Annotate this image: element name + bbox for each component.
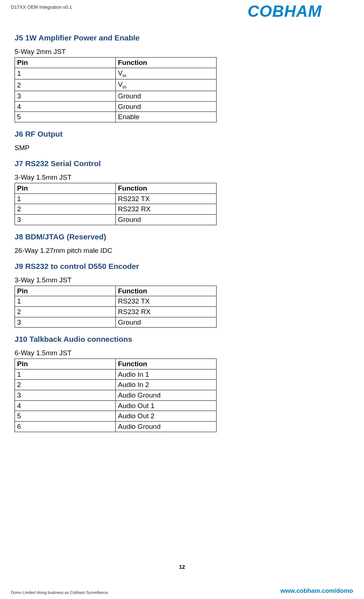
th-func: Function — [116, 58, 217, 68]
subhead-j5: 5-Way 2mm JST — [15, 48, 235, 56]
body-j6: SMP — [15, 144, 235, 152]
cell-func: Audio Ground — [116, 422, 217, 432]
svg-text:COBHAM: COBHAM — [248, 3, 322, 20]
cell-pin: 1 — [15, 369, 116, 380]
heading-j7: J7 RS232 Serial Control — [15, 159, 235, 168]
cell-func: Vin — [116, 79, 217, 91]
th-pin: Pin — [15, 58, 116, 68]
cell-pin: 1 — [15, 193, 116, 204]
cell-pin: 1 — [15, 68, 116, 79]
brand-logo: COBHAM — [248, 3, 353, 22]
cell-func: Ground — [116, 91, 217, 102]
cell-pin: 4 — [15, 400, 116, 411]
heading-j6: J6 RF Output — [15, 130, 235, 138]
table-row: 5Enable — [15, 112, 217, 122]
cell-func: Enable — [116, 112, 217, 122]
table-j7: Pin Function 1RS232 TX 2RS232 RX 3Ground — [15, 183, 217, 225]
page-content: J5 1W Amplifier Power and Enable 5-Way 2… — [11, 10, 235, 432]
footer-url: www.cobham.com/domo — [280, 587, 353, 595]
table-header-row: Pin Function — [15, 58, 217, 68]
footer-left-text: Domo Limited doing business as Cobham Su… — [11, 590, 108, 595]
cell-pin: 3 — [15, 91, 116, 102]
table-row: 2Vin — [15, 79, 217, 91]
heading-j8: J8 BDM/JTAG (Reserved) — [15, 232, 235, 241]
subhead-j7: 3-Way 1.5mm JST — [15, 173, 235, 181]
cell-pin: 3 — [15, 214, 116, 225]
table-row: 2RS232 RX — [15, 306, 217, 317]
cell-func: RS232 TX — [116, 193, 217, 204]
th-func: Function — [116, 183, 217, 194]
cell-pin: 5 — [15, 411, 116, 422]
cell-func: Audio Out 1 — [116, 400, 217, 411]
cell-pin: 6 — [15, 422, 116, 432]
th-pin: Pin — [15, 183, 116, 194]
cell-func: RS232 TX — [116, 296, 217, 307]
table-row: 5Audio Out 2 — [15, 411, 217, 422]
table-row: 3Audio Ground — [15, 390, 217, 401]
th-pin: Pin — [15, 359, 116, 369]
table-row: 1Audio In 1 — [15, 369, 217, 380]
page-number: 12 — [0, 564, 364, 570]
th-pin: Pin — [15, 286, 116, 296]
page-footer: Domo Limited doing business as Cobham Su… — [11, 587, 353, 595]
cell-func: Ground — [116, 317, 217, 328]
table-row: 1RS232 TX — [15, 296, 217, 307]
cell-func: Vin — [116, 68, 217, 79]
table-header-row: Pin Function — [15, 359, 217, 369]
table-header-row: Pin Function — [15, 286, 217, 296]
subhead-j10: 6-Way 1.5mm JST — [15, 349, 235, 357]
cell-func: Audio In 1 — [116, 369, 217, 380]
cell-func: Audio Ground — [116, 390, 217, 401]
table-row: 6Audio Ground — [15, 422, 217, 432]
cell-pin: 3 — [15, 317, 116, 328]
th-func: Function — [116, 359, 217, 369]
heading-j9: J9 RS232 to control D550 Encoder — [15, 262, 235, 271]
table-row: 2RS232 RX — [15, 204, 217, 215]
table-j10: Pin Function 1Audio In 1 2Audio In 2 3Au… — [15, 359, 217, 432]
table-row: 4Ground — [15, 101, 217, 112]
th-func: Function — [116, 286, 217, 296]
table-row: 1Vin — [15, 68, 217, 79]
cell-func: RS232 RX — [116, 306, 217, 317]
heading-j5: J5 1W Amplifier Power and Enable — [15, 34, 235, 42]
table-row: 1RS232 TX — [15, 193, 217, 204]
cell-func: Ground — [116, 214, 217, 225]
cell-pin: 2 — [15, 79, 116, 91]
table-j5: Pin Function 1Vin 2Vin 3Ground 4Ground 5… — [15, 57, 217, 122]
cell-pin: 2 — [15, 306, 116, 317]
subhead-j9: 3-Way 1.5mm JST — [15, 276, 235, 284]
cell-pin: 3 — [15, 390, 116, 401]
cell-pin: 4 — [15, 101, 116, 112]
cell-func: Ground — [116, 101, 217, 112]
table-row: 4Audio Out 1 — [15, 400, 217, 411]
table-row: 3Ground — [15, 214, 217, 225]
cell-pin: 1 — [15, 296, 116, 307]
table-j9: Pin Function 1RS232 TX 2RS232 RX 3Ground — [15, 286, 217, 328]
body-j8: 26-Way 1.27mm pitch male IDC — [15, 247, 235, 255]
table-row: 3Ground — [15, 91, 217, 102]
cell-pin: 2 — [15, 204, 116, 215]
heading-j10: J10 Talkback Audio connections — [15, 335, 235, 344]
cell-func: Audio In 2 — [116, 380, 217, 390]
table-row: 3Ground — [15, 317, 217, 328]
table-row: 2Audio In 2 — [15, 380, 217, 390]
cell-pin: 2 — [15, 380, 116, 390]
cell-func: Audio Out 2 — [116, 411, 217, 422]
cell-func: RS232 RX — [116, 204, 217, 215]
cell-pin: 5 — [15, 112, 116, 122]
table-header-row: Pin Function — [15, 183, 217, 194]
